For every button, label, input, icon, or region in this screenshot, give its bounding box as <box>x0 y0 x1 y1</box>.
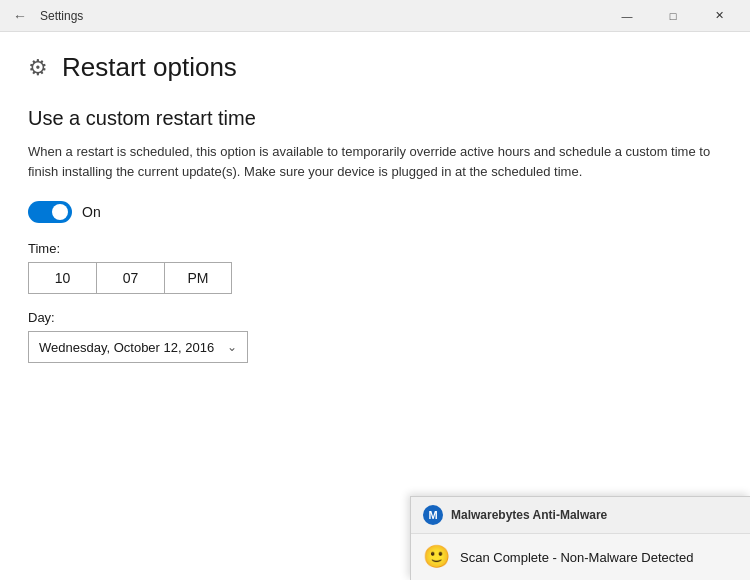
day-dropdown[interactable]: Wednesday, October 12, 2016 ⌄ <box>28 331 248 363</box>
toggle-label: On <box>82 204 101 220</box>
titlebar-left: ← Settings <box>8 4 83 28</box>
toggle-row: On <box>28 201 722 223</box>
section-title: Use a custom restart time <box>28 107 722 130</box>
toast-body: 🙂 Scan Complete - Non-Malware Detected <box>411 534 750 580</box>
toast-app-name: Malwarebytes Anti-Malware <box>451 508 607 522</box>
maximize-button[interactable]: □ <box>650 0 696 32</box>
time-minute[interactable]: 07 <box>96 262 164 294</box>
gear-icon: ⚙ <box>28 55 48 81</box>
time-row: 10 07 PM <box>28 262 722 294</box>
toast-header: M Malwarebytes Anti-Malware <box>411 497 750 534</box>
chevron-down-icon: ⌄ <box>227 340 237 354</box>
time-hour[interactable]: 10 <box>28 262 96 294</box>
toast-message: Scan Complete - Non-Malware Detected <box>460 550 693 565</box>
back-button[interactable]: ← <box>8 4 32 28</box>
toast-logo: M <box>423 505 443 525</box>
day-label: Day: <box>28 310 722 325</box>
toast-notification: M Malwarebytes Anti-Malware 🙂 Scan Compl… <box>410 496 750 580</box>
description-text: When a restart is scheduled, this option… <box>28 142 722 181</box>
time-label: Time: <box>28 241 722 256</box>
minimize-button[interactable]: — <box>604 0 650 32</box>
page-header: ⚙ Restart options <box>28 52 722 83</box>
custom-restart-toggle[interactable] <box>28 201 72 223</box>
scan-complete-icon: 🙂 <box>423 544 450 570</box>
main-content: ⚙ Restart options Use a custom restart t… <box>0 32 750 383</box>
close-button[interactable]: ✕ <box>696 0 742 32</box>
time-period[interactable]: PM <box>164 262 232 294</box>
page-title: Restart options <box>62 52 237 83</box>
day-value: Wednesday, October 12, 2016 <box>39 340 214 355</box>
titlebar-controls: — □ ✕ <box>604 0 742 32</box>
titlebar-title: Settings <box>40 9 83 23</box>
titlebar: ← Settings — □ ✕ <box>0 0 750 32</box>
